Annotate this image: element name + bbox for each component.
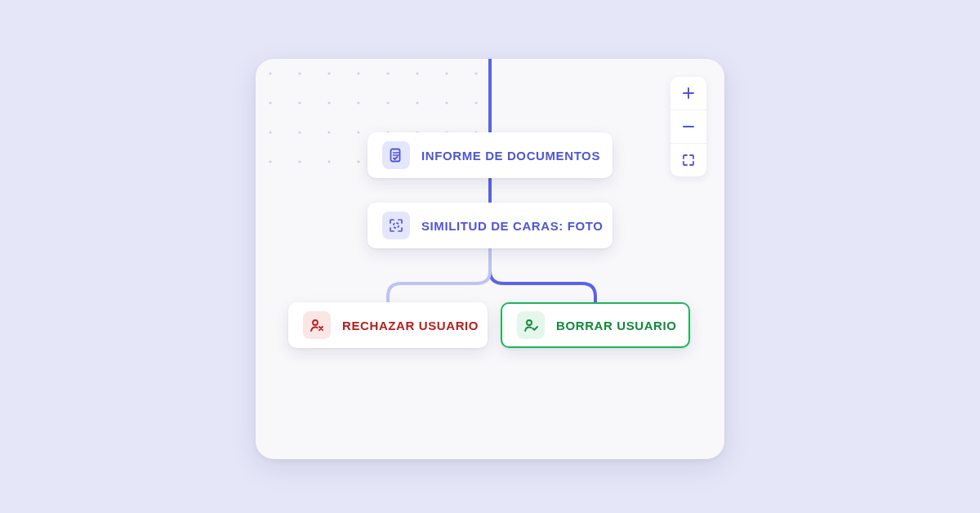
face-scan-icon: [382, 212, 410, 239]
node-label: INFORME DE DOCUMENTOS: [421, 149, 600, 163]
node-reject-user[interactable]: RECHAZAR USUARIO: [288, 302, 488, 348]
node-label: RECHAZAR USUARIO: [342, 319, 479, 332]
plus-icon: [682, 87, 695, 100]
user-approve-icon: [517, 311, 545, 339]
document-check-icon: [382, 141, 410, 169]
workflow-canvas[interactable]: INFORME DE DOCUMENTOS SIMILITUD DE CARAS…: [256, 59, 724, 459]
svg-point-5: [527, 320, 532, 325]
svg-point-4: [313, 320, 318, 325]
node-face-similarity[interactable]: SIMILITUD DE CARAS: FOTO: [368, 203, 612, 248]
node-clear-user[interactable]: BORRAR USUARIO: [501, 302, 690, 348]
zoom-controls: [670, 77, 706, 176]
flow-edges: [256, 59, 724, 459]
fullscreen-button[interactable]: [670, 143, 706, 176]
zoom-in-button[interactable]: [670, 77, 706, 109]
node-label: BORRAR USUARIO: [556, 319, 677, 332]
node-label: SIMILITUD DE CARAS: FOTO: [421, 219, 603, 233]
svg-point-3: [394, 223, 399, 228]
zoom-out-button[interactable]: [670, 109, 706, 143]
node-document-report[interactable]: INFORME DE DOCUMENTOS: [368, 132, 612, 178]
minus-icon: [682, 120, 695, 133]
fullscreen-icon: [682, 154, 695, 167]
user-reject-icon: [303, 311, 331, 339]
